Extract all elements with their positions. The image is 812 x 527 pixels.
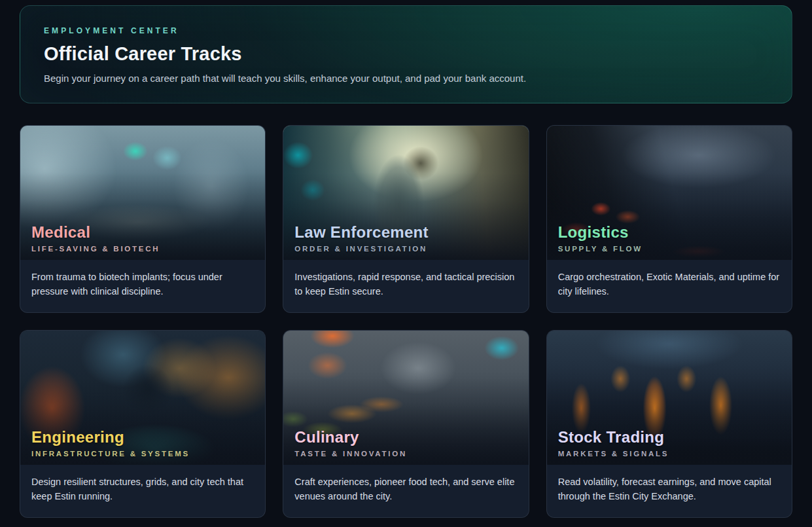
career-tagline: TASTE & INNOVATION	[294, 450, 520, 458]
career-title: Engineering	[31, 428, 257, 446]
card-body: Investigations, rapid response, and tact…	[283, 260, 528, 308]
logistics-scene-image: Logistics SUPPLY & FLOW	[547, 126, 792, 260]
career-description: Investigations, rapid response, and tact…	[294, 270, 517, 299]
career-card-medical[interactable]: Medical LIFE-SAVING & BIOTECH From traum…	[20, 125, 266, 313]
career-tagline: SUPPLY & FLOW	[558, 245, 784, 253]
career-card-engineering[interactable]: Engineering INFRASTRUCTURE & SYSTEMS Des…	[20, 330, 266, 518]
card-body: From trauma to biotech implants; focus u…	[20, 260, 265, 308]
career-title: Medical	[31, 223, 257, 242]
career-tagline: ORDER & INVESTIGATION	[294, 245, 520, 253]
card-body: Read volatility, forecast earnings, and …	[547, 465, 792, 513]
stock-trading-scene-image: Stock Trading MARKETS & SIGNALS	[547, 331, 792, 465]
law-enforcement-scene-image: Law Enforcement ORDER & INVESTIGATION	[283, 126, 528, 260]
career-title: Stock Trading	[558, 428, 784, 446]
career-description: From trauma to biotech implants; focus u…	[31, 270, 254, 299]
card-body: Craft experiences, pioneer food tech, an…	[283, 465, 528, 513]
card-head: Stock Trading MARKETS & SIGNALS	[558, 428, 784, 458]
career-card-law-enforcement[interactable]: Law Enforcement ORDER & INVESTIGATION In…	[283, 125, 529, 313]
career-card-logistics[interactable]: Logistics SUPPLY & FLOW Cargo orchestrat…	[546, 125, 792, 313]
career-description: Craft experiences, pioneer food tech, an…	[294, 475, 517, 503]
career-description: Design resilient structures, grids, and …	[31, 475, 254, 503]
card-head: Culinary TASTE & INNOVATION	[294, 428, 520, 458]
card-body: Cargo orchestration, Exotic Materials, a…	[547, 260, 792, 308]
card-head: Logistics SUPPLY & FLOW	[558, 223, 784, 253]
medical-scene-image: Medical LIFE-SAVING & BIOTECH	[20, 126, 265, 260]
career-title: Culinary	[294, 428, 520, 446]
page-subtitle: Begin your journey on a career path that…	[44, 73, 768, 84]
career-tagline: MARKETS & SIGNALS	[558, 450, 784, 458]
page-title: Official Career Tracks	[44, 43, 768, 65]
career-grid: Medical LIFE-SAVING & BIOTECH From traum…	[20, 125, 792, 518]
career-card-culinary[interactable]: Culinary TASTE & INNOVATION Craft experi…	[283, 330, 529, 518]
engineering-scene-image: Engineering INFRASTRUCTURE & SYSTEMS	[20, 331, 265, 465]
career-description: Read volatility, forecast earnings, and …	[558, 475, 781, 503]
career-title: Law Enforcement	[294, 223, 520, 242]
career-description: Cargo orchestration, Exotic Materials, a…	[558, 270, 781, 299]
career-tagline: LIFE-SAVING & BIOTECH	[31, 245, 257, 253]
card-body: Design resilient structures, grids, and …	[20, 465, 265, 513]
culinary-scene-image: Culinary TASTE & INNOVATION	[283, 331, 528, 465]
card-head: Medical LIFE-SAVING & BIOTECH	[31, 223, 257, 253]
card-head: Law Enforcement ORDER & INVESTIGATION	[294, 223, 520, 253]
employment-center-header: EMPLOYMENT CENTER Official Career Tracks…	[20, 5, 792, 103]
header-eyebrow: EMPLOYMENT CENTER	[44, 26, 768, 35]
card-head: Engineering INFRASTRUCTURE & SYSTEMS	[31, 428, 257, 458]
career-title: Logistics	[558, 223, 784, 242]
career-card-stock-trading[interactable]: Stock Trading MARKETS & SIGNALS Read vol…	[546, 330, 792, 518]
career-tagline: INFRASTRUCTURE & SYSTEMS	[31, 450, 257, 458]
